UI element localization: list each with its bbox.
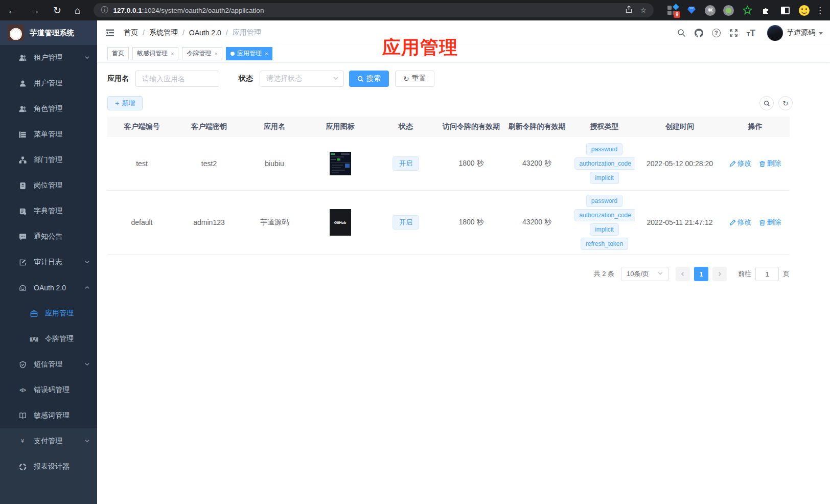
app-screenshot-image	[330, 152, 351, 175]
add-button[interactable]: + 新增	[107, 96, 143, 110]
chevron-down-icon	[333, 75, 339, 83]
edit-link[interactable]: 修改	[729, 159, 752, 168]
collapse-sidebar-icon[interactable]	[105, 28, 115, 38]
search-button[interactable]: 搜索	[349, 71, 389, 87]
browser-back-icon[interactable]: ←	[7, 6, 17, 15]
trash-icon	[759, 219, 766, 226]
app-name-input[interactable]	[135, 71, 219, 87]
browser-reload-icon[interactable]: ↻	[53, 6, 61, 15]
edit-link[interactable]: 修改	[729, 218, 752, 227]
col-actions: 操作	[721, 122, 790, 131]
extension-gem-icon[interactable]	[686, 5, 697, 16]
header-search-icon[interactable]	[677, 29, 686, 37]
sidebar-item-label: 租户管理	[34, 53, 62, 62]
close-icon[interactable]: ×	[265, 51, 268, 57]
prev-page-button[interactable]	[676, 267, 690, 281]
sidebar-item-oauth-token[interactable]: ((A)) 令牌管理	[0, 326, 97, 352]
grant-tag: refresh_token	[581, 238, 628, 250]
next-page-button[interactable]	[712, 267, 727, 281]
status-select[interactable]: 请选择状态	[260, 71, 344, 87]
sidebar-item-user[interactable]: 用户管理	[0, 71, 97, 96]
browser-forward-icon[interactable]: →	[30, 6, 40, 15]
site-info-icon[interactable]: ⓘ	[101, 6, 108, 15]
sidebar-item-dict[interactable]: 字典管理	[0, 198, 97, 224]
active-dot	[230, 52, 235, 56]
share-icon[interactable]	[625, 6, 633, 15]
refresh-table-button[interactable]: ↻	[778, 96, 793, 110]
sidebar-item-oauth-application[interactable]: 应用管理	[0, 301, 97, 326]
robot-icon	[18, 284, 27, 292]
extension-star-icon[interactable]	[742, 5, 753, 16]
sidebar-item-tenant[interactable]: 租户管理	[0, 45, 97, 71]
col-client-id: 客户端编号	[107, 122, 176, 131]
breadcrumb: 首页 / 系统管理 / OAuth 2.0 / 应用管理	[124, 28, 261, 37]
tab-sensitive-words[interactable]: 敏感词管理×	[132, 47, 178, 60]
reset-button[interactable]: ↻ 重置	[395, 71, 434, 87]
tab-token-manage[interactable]: 令牌管理×	[182, 47, 222, 60]
sidebar-item-dept[interactable]: 部门管理	[0, 147, 97, 173]
sidebar-item-sms[interactable]: 短信管理	[0, 352, 97, 377]
sidebar-item-report[interactable]: 报表设计器	[0, 454, 97, 479]
help-icon[interactable]: ?	[712, 29, 721, 37]
address-bar[interactable]: ⓘ 127.0.0.1:1024/system/oauth2/oauth2/ap…	[94, 3, 654, 17]
github-icon[interactable]	[695, 29, 703, 37]
breadcrumb-home[interactable]: 首页	[124, 28, 138, 37]
cell-actions: 修改 删除	[721, 159, 790, 168]
user-avatar[interactable]	[767, 25, 783, 41]
report-designer-icon	[18, 463, 27, 471]
breadcrumb-oauth[interactable]: OAuth 2.0	[189, 29, 221, 37]
tab-home[interactable]: 首页	[107, 47, 129, 60]
browser-menu-icon[interactable]: ⋮	[816, 5, 825, 16]
extension-command-icon[interactable]: ⌘	[705, 5, 716, 16]
sidebar-item-notice[interactable]: 通知公告	[0, 224, 97, 249]
sidebar-item-role[interactable]: 角色管理	[0, 96, 97, 122]
delete-link[interactable]: 删除	[759, 218, 781, 227]
extension-record-icon[interactable]	[723, 5, 734, 16]
split-view-icon[interactable]	[779, 5, 791, 16]
fullscreen-icon[interactable]	[729, 29, 738, 37]
goto-page-input[interactable]	[755, 267, 779, 281]
cell-client-secret: admin123	[176, 218, 242, 226]
sidebar-item-label: 敏感词管理	[34, 411, 70, 420]
grant-tag: authorization_code	[574, 157, 635, 170]
cell-app-name: biubiu	[242, 159, 307, 168]
page-unit-label: 页	[783, 269, 790, 279]
briefcase-icon	[30, 309, 38, 317]
edit-pencil-icon	[729, 219, 736, 226]
page-size-select[interactable]: 10条/页	[621, 267, 668, 281]
close-icon[interactable]: ×	[171, 51, 174, 57]
bookmark-star-icon[interactable]: ☆	[640, 6, 647, 14]
close-icon[interactable]: ×	[214, 51, 217, 57]
sidebar-item-label: 菜单管理	[34, 130, 62, 139]
toggle-search-button[interactable]	[759, 96, 774, 110]
sidebar-item-pay[interactable]: ¥ 支付管理	[0, 428, 97, 454]
sidebar-item-post[interactable]: 岗位管理	[0, 173, 97, 198]
extension-badge: 9	[674, 11, 680, 18]
sidebar-item-oauth[interactable]: OAuth 2.0	[0, 275, 97, 301]
col-access-ttl: 访问令牌的有效期	[439, 122, 504, 131]
menu-tree-icon	[18, 130, 27, 139]
user-menu[interactable]: 芋道源码	[767, 25, 823, 41]
sidebar-item-label: 角色管理	[34, 104, 62, 113]
app-logo[interactable]: 芋道管理系统	[0, 20, 97, 45]
breadcrumb-system[interactable]: 系统管理	[149, 28, 178, 37]
page-number-button[interactable]: 1	[694, 267, 708, 281]
tab-application-manage[interactable]: 应用管理×	[226, 47, 272, 60]
rabbit-logo-image	[8, 25, 24, 41]
tags-view-bar: 首页 敏感词管理× 令牌管理× 应用管理×	[97, 45, 830, 62]
extensions-puzzle-icon[interactable]	[760, 5, 772, 16]
delete-link[interactable]: 删除	[759, 159, 781, 168]
font-size-icon[interactable]: TT	[747, 29, 755, 37]
sidebar-item-label: 审计日志	[34, 258, 62, 267]
sidebar-item-label: 令牌管理	[45, 334, 74, 343]
sidebar-item-audit[interactable]: 审计日志	[0, 249, 97, 275]
sidebar-item-label: 岗位管理	[34, 181, 62, 190]
sidebar-item-sensitive[interactable]: 敏感词管理	[0, 403, 97, 428]
cell-refresh-ttl: 43200 秒	[504, 159, 570, 168]
extension-grid-icon[interactable]: 9	[667, 5, 678, 16]
sidebar-item-errcode[interactable]: </> 错误码管理	[0, 377, 97, 403]
browser-home-icon[interactable]: ⌂	[75, 6, 80, 15]
profile-emoji-icon[interactable]	[798, 5, 810, 16]
sidebar-item-menu[interactable]: 菜单管理	[0, 122, 97, 147]
sidebar-item-label: 报表设计器	[34, 462, 70, 471]
